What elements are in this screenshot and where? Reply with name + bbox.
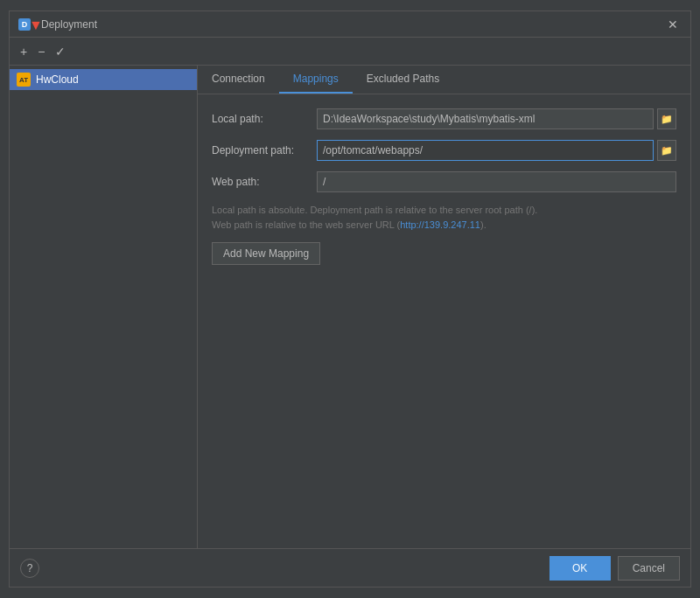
warning-arrow-icon: ▼ [29,17,43,33]
tabs-container: Connection Mappings Excluded Paths [198,66,690,94]
add-button[interactable]: + [17,44,31,59]
check-button[interactable]: ✓ [52,44,69,59]
info-line-2: Web path is relative to the web server U… [212,218,676,233]
sidebar: AT HwCloud [10,66,198,548]
web-path-row: Web path: [212,171,676,192]
deployment-path-input[interactable] [317,140,654,161]
deployment-path-field-container: 📁 [317,140,676,161]
bottom-right-buttons: OK Cancel [550,556,680,581]
deployment-dialog: D ▼ Deployment ✕ + − ✓ AT HwCloud C [9,10,691,588]
title-bar: D ▼ Deployment ✕ [10,11,690,38]
web-path-label: Web path: [212,176,317,188]
deployment-path-browse-button[interactable]: 📁 [657,140,676,161]
remove-button[interactable]: − [34,44,48,59]
info-text: Local path is absolute. Deployment path … [212,203,676,232]
bottom-bar: ? OK Cancel [10,548,690,587]
mappings-tab-content: Local path: 📁 Deployment path: 📁 [198,94,690,548]
help-button[interactable]: ? [20,559,39,578]
dialog-title: Deployment [41,18,97,31]
sidebar-item-hwcloud[interactable]: AT HwCloud [10,69,197,90]
tab-excluded-paths[interactable]: Excluded Paths [353,66,453,94]
info-line-1: Local path is absolute. Deployment path … [212,203,676,218]
main-content: AT HwCloud Connection Mappings Excluded … [10,66,690,548]
sidebar-item-label: HwCloud [36,73,79,86]
add-new-mapping-button[interactable]: Add New Mapping [212,242,320,265]
local-path-label: Local path: [212,113,317,125]
deployment-path-row: Deployment path: 📁 [212,140,676,161]
cancel-button[interactable]: Cancel [618,556,680,581]
ok-button[interactable]: OK [550,556,611,581]
close-button[interactable]: ✕ [664,16,682,33]
right-panel: Connection Mappings Excluded Paths Local… [198,66,690,548]
deployment-path-label: Deployment path: [212,144,317,156]
toolbar: + − ✓ [10,38,690,66]
local-path-row: Local path: 📁 [212,108,676,129]
tab-mappings[interactable]: Mappings [279,66,353,94]
server-url-link[interactable]: http://139.9.247.11 [400,219,480,230]
server-icon: AT [17,73,31,87]
web-path-field-container [317,171,676,192]
tab-connection[interactable]: Connection [198,66,279,94]
web-path-input[interactable] [317,171,676,192]
title-bar-left: D ▼ Deployment [18,18,97,31]
local-path-input[interactable] [317,108,654,129]
local-path-field-container: 📁 [317,108,676,129]
local-path-browse-button[interactable]: 📁 [657,108,676,129]
